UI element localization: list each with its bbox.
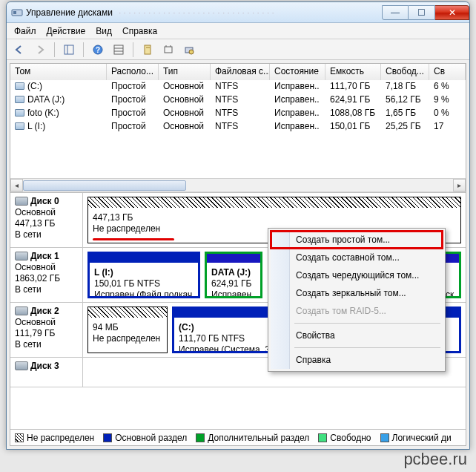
- disk-header[interactable]: Диск 2 Основной 111,79 ГБ В сети: [10, 303, 83, 357]
- legend-logical: Логический ди: [380, 433, 452, 443]
- back-button[interactable]: [11, 42, 27, 58]
- col-free[interactable]: Свобод...: [381, 64, 429, 80]
- toolbar-separator: [54, 42, 55, 57]
- maximize-button[interactable]: ☐: [409, 5, 435, 20]
- scroll-left-icon[interactable]: ◂: [10, 179, 23, 191]
- menubar: Файл Действие Вид Справка: [7, 23, 469, 39]
- col-pct[interactable]: Св: [429, 64, 466, 80]
- table-header-row: Том Располо... Тип Файловая с... Состоян…: [10, 64, 466, 80]
- scroll-thumb[interactable]: [23, 180, 186, 191]
- app-icon: [11, 7, 23, 19]
- action-button[interactable]: [181, 42, 197, 58]
- legend: Не распределен Основной раздел Дополните…: [10, 429, 466, 445]
- ctx-separator: [294, 323, 440, 324]
- ctx-create-spanned[interactable]: Создать составной том...: [271, 249, 443, 266]
- partition-primary[interactable]: DATA (J:) 624,91 ГБ Исправен: [205, 252, 262, 298]
- legend-free: Свободно: [318, 433, 371, 443]
- col-type[interactable]: Тип: [159, 64, 211, 80]
- legend-extended: Дополнительный раздел: [196, 433, 309, 443]
- disk-header[interactable]: Диск 0 Основной 447,13 ГБ В сети: [10, 193, 83, 247]
- svg-rect-1: [13, 11, 16, 14]
- titlebar[interactable]: Управление дисками · · · · · · · · · · ·…: [7, 2, 469, 23]
- disk-icon: [15, 361, 28, 370]
- table-row[interactable]: foto (K:)ПростойОсновнойNTFSИсправен..10…: [10, 107, 466, 120]
- col-capacity[interactable]: Емкость: [325, 64, 381, 80]
- scroll-right-icon[interactable]: ▸: [453, 179, 466, 191]
- window-title: Управление дисками: [26, 7, 113, 18]
- svg-rect-10: [165, 47, 172, 53]
- settings-button[interactable]: [160, 42, 176, 58]
- legend-primary: Основной раздел: [103, 433, 187, 443]
- table-row[interactable]: L (I:)ПростойОсновнойNTFSИсправен..150,0…: [10, 120, 466, 134]
- details-button[interactable]: [110, 42, 127, 58]
- window-frame: Управление дисками · · · · · · · · · · ·…: [6, 1, 470, 450]
- watermark-site: pcbee.ru: [403, 450, 467, 469]
- menu-view[interactable]: Вид: [96, 26, 112, 36]
- ctx-create-striped[interactable]: Создать чередующийся том...: [271, 266, 443, 284]
- toolbar-separator: [83, 42, 84, 57]
- svg-rect-6: [114, 45, 123, 54]
- col-fs[interactable]: Файловая с...: [211, 64, 270, 80]
- menu-action[interactable]: Действие: [47, 26, 86, 36]
- help-button[interactable]: ?: [90, 42, 106, 58]
- scroll-track[interactable]: [23, 180, 453, 191]
- context-menu: Создать простой том... Создать составной…: [268, 228, 446, 372]
- menu-file[interactable]: Файл: [14, 26, 36, 36]
- disk-icon: [15, 252, 28, 260]
- drive-icon: [15, 82, 24, 90]
- disk-icon: [15, 197, 28, 206]
- highlight-underline: [93, 238, 174, 240]
- disk-icon: [15, 307, 28, 315]
- col-layout[interactable]: Располо...: [107, 64, 159, 80]
- toolbar: ?: [7, 39, 469, 60]
- volume-table: Том Располо... Тип Файловая с... Состоян…: [10, 64, 466, 192]
- svg-point-12: [189, 50, 194, 54]
- menu-help[interactable]: Справка: [122, 26, 157, 36]
- ctx-separator: [294, 347, 440, 348]
- hscrollbar[interactable]: ◂ ▸: [10, 178, 466, 191]
- svg-rect-9: [145, 45, 151, 54]
- layout-button[interactable]: [61, 42, 77, 58]
- minimize-button[interactable]: —: [382, 5, 409, 20]
- disk-header[interactable]: Диск 1 Основной 1863,02 ГБ В сети: [10, 248, 83, 302]
- drive-icon: [15, 109, 24, 117]
- ctx-create-mirror[interactable]: Создать зеркальный том...: [271, 284, 443, 302]
- toolbar-separator: [133, 42, 133, 57]
- col-volume[interactable]: Том: [10, 64, 107, 80]
- svg-text:?: ?: [96, 46, 100, 54]
- drive-icon: [15, 96, 24, 103]
- drive-icon: [15, 122, 24, 130]
- refresh-button[interactable]: [139, 42, 156, 58]
- partition-primary[interactable]: L (I:) 150,01 ГБ NTFS Исправен (Файл под…: [87, 252, 200, 298]
- close-button[interactable]: ✕: [435, 5, 469, 20]
- table-row[interactable]: (C:)ПростойОсновнойNTFSИсправен..111,70 …: [10, 80, 466, 94]
- table-row[interactable]: DATA (J:)ПростойОсновнойNTFSИсправен..62…: [10, 94, 466, 107]
- disk-header[interactable]: Диск 3: [10, 358, 83, 387]
- ctx-help[interactable]: Справка: [271, 351, 443, 369]
- ctx-create-simple[interactable]: Создать простой том...: [271, 231, 443, 249]
- partition-unallocated[interactable]: 94 МБ Не распределен: [87, 307, 168, 353]
- ctx-properties[interactable]: Свойства: [271, 327, 443, 344]
- col-state[interactable]: Состояние: [270, 64, 325, 80]
- titlebar-artifact: · · · · · · · · · · · · · · · · · · · · …: [119, 7, 274, 18]
- legend-unallocated: Не распределен: [15, 433, 94, 443]
- svg-rect-2: [65, 45, 73, 54]
- ctx-create-raid5: Создать том RAID-5...: [271, 302, 443, 320]
- forward-button[interactable]: [32, 42, 48, 58]
